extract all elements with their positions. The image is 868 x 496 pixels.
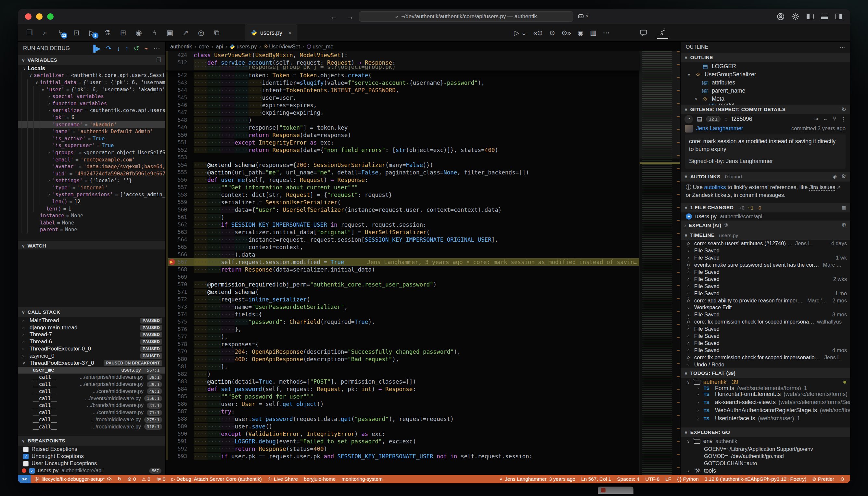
open-preview-icon[interactable]: ⧉ — [842, 222, 846, 229]
jira-issues-link[interactable]: Jira issues — [809, 184, 835, 191]
checkbox[interactable] — [23, 461, 29, 466]
zoom-window-button[interactable] — [47, 13, 53, 20]
code-line[interactable]: 593········if user.pk == request.user.pk… — [166, 452, 639, 460]
breadcrumb-item[interactable]: authentik — [170, 44, 192, 50]
stack-frame-row[interactable]: __call__.../events/middleware.py156:1 — [18, 395, 165, 402]
gitlens-logo-icon[interactable]: ◔ — [684, 115, 693, 123]
variable-row[interactable]: 'pk'=6 — [18, 114, 165, 121]
variable-row[interactable]: ›serializer=<authentik.core.api.users.Us… — [18, 107, 165, 114]
status-right-3[interactable]: UTF-8 — [643, 476, 662, 482]
code-line[interactable]: 579············204: OpenApiResponse(desc… — [166, 348, 639, 355]
code-line[interactable]: 580············400: OpenApiResponse(desc… — [166, 355, 639, 363]
variable-row[interactable]: ∨Locals — [18, 65, 165, 72]
todo-file-row[interactable]: ›TSWebAuthnAuthenticatorRegisterStage.ts… — [681, 406, 850, 415]
todo-file-row[interactable]: ›TSHorizontalFormElement.ts(web/src/elem… — [681, 390, 850, 398]
code-line[interactable]: 552················return Response(data=… — [166, 146, 639, 154]
view-as-tree-icon[interactable]: ≣ — [841, 204, 846, 211]
autolink-settings-icon[interactable]: ⚙ — [841, 173, 846, 180]
code-line[interactable]: 575················"password": CharField… — [166, 318, 639, 325]
timeline-item[interactable]: ○core: fix permission check for scoped i… — [681, 318, 850, 325]
code-line[interactable]: 559········serializer = SessionUserSeria… — [166, 199, 639, 206]
search-icon[interactable]: ⌕ — [38, 26, 52, 39]
code-line[interactable]: 564················instance=request._req… — [166, 236, 639, 243]
env-var-row[interactable]: GOMOD=~/dev/authentik/go.mod — [681, 452, 850, 460]
github-icon[interactable]: ◉ — [132, 26, 145, 39]
breadcrumb-item[interactable]: ⬡user_me — [307, 44, 334, 50]
pane-more-icon[interactable]: ⋯ — [840, 44, 845, 50]
variable-row[interactable]: label=None — [18, 219, 165, 227]
variable-row[interactable]: ›'settings'={'locale': ''} — [18, 177, 165, 185]
variable-row[interactable]: 'username'='akadmin' — [18, 121, 165, 128]
code-line[interactable]: 565················context=context, — [166, 243, 639, 251]
remote-indicator[interactable]: >< — [18, 475, 31, 483]
outline-item[interactable]: ▤LOGGER — [681, 62, 850, 71]
breadcrumb-item[interactable]: core — [199, 44, 209, 50]
toggle-secondary-sidebar-icon[interactable] — [835, 14, 842, 19]
files-changed-section-header[interactable]: ∨1 FILE CHANGED +0 ~1 -0 ≣ — [681, 203, 850, 213]
code-line[interactable]: 573············name="UserPasswordSetSeri… — [166, 303, 639, 311]
editor-action-2[interactable]: ⊙ — [549, 29, 555, 37]
status-left-3[interactable]: ⚠0 — [140, 476, 153, 482]
account-icon[interactable] — [777, 13, 785, 20]
pin-icon[interactable]: ⊸ — [814, 115, 818, 122]
toggle-primary-sidebar-icon[interactable] — [807, 14, 814, 19]
status-right-1[interactable]: Ln 567, Col 1 — [579, 476, 613, 482]
stack-frame-row[interactable]: __call__.../enterprise/middleware.py39:1 — [18, 374, 165, 381]
editor-action-3[interactable]: ⊙» — [562, 29, 571, 37]
todos-section-header[interactable]: ∨TODOS: FLAT (39) — [681, 368, 850, 378]
env-folder-row[interactable]: ∨envauthentik — [681, 437, 850, 445]
code-line[interactable]: 569 — [166, 273, 639, 281]
status-right-8[interactable] — [838, 477, 847, 482]
code-line[interactable]: 576············}, — [166, 325, 639, 333]
code-line[interactable]: 543····················identifier=slugif… — [166, 79, 639, 87]
thread-row[interactable]: ∨ThreadPoolExecutor-37_0PAUSED ON BREAKP… — [18, 360, 165, 367]
env-var-row[interactable]: GOENV=~/Library/Application Support/go/e… — [681, 445, 850, 452]
code-line[interactable]: 589············user.save() — [166, 423, 639, 430]
code-line[interactable]: 424class UserViewSet(UsedByMixin, ModelV… — [166, 51, 639, 59]
back-icon[interactable]: ← — [823, 115, 828, 122]
code-line[interactable]: ················response["group_pk"] = s… — [166, 66, 639, 71]
timeline-section-header[interactable]: ∨TIMELINE users.py — [681, 230, 850, 240]
gitlens-section-header[interactable]: ∨GITLENS: INSPECT: COMMIT DETAILS ↻ — [681, 105, 850, 114]
editor-action-6[interactable]: ⋯ — [603, 29, 610, 37]
copy-value-icon[interactable]: ❐ — [156, 57, 161, 64]
code-line[interactable]: 512····def service_account(self, request… — [166, 59, 639, 66]
timeline-item[interactable]: ○File Saved3 mos — [681, 311, 850, 318]
callstack-section-header[interactable]: ∨CALL STACK — [18, 307, 165, 317]
timeline-item[interactable]: ○core: fix permission check for scoped i… — [681, 354, 850, 361]
timeline-item[interactable]: ○File Saved — [681, 332, 850, 340]
close-window-button[interactable] — [25, 13, 31, 20]
code-line[interactable]: 566············).data — [166, 251, 639, 258]
status-left-5[interactable]: ▷Debug: Attach Server Core (authentik) — [169, 476, 264, 482]
compare-icon[interactable]: ⑂ — [833, 115, 836, 122]
remote-explorer-icon[interactable]: ⊡ — [70, 26, 83, 39]
status-right-6[interactable]: 3.12.8 ('authentik-xEAhpGPh-py3.12': Poe… — [702, 476, 809, 482]
breakpoint-toggle-row[interactable]: User Uncaught Exceptions — [18, 460, 165, 467]
variable-row[interactable]: 'uid'='49d24724dfa590a20fb5961e9c6673cd1… — [18, 170, 165, 177]
code-line[interactable]: ▶567········self.request.session.modifie… — [166, 258, 639, 266]
variable-row[interactable]: parent=None — [18, 227, 165, 234]
code-line[interactable]: 542················token: Token = Token.… — [166, 72, 639, 79]
env-var-row[interactable]: GOTOOLCHAIN=auto — [681, 460, 850, 467]
copilot-menu[interactable]: ∨ — [577, 12, 589, 19]
code-line[interactable]: 570····@permission_required(obj_perm="au… — [166, 281, 639, 288]
nav-back-icon[interactable]: ← — [330, 12, 338, 21]
code-line[interactable]: 588············user.set_password(request… — [166, 415, 639, 423]
stack-frame-row[interactable]: __call__.../core/middleware.py71:1 — [18, 409, 165, 416]
code-line[interactable]: 560············data={"user": UserSelfSer… — [166, 206, 639, 213]
variable-row[interactable]: 'is_superuser'=True — [18, 142, 165, 150]
status-right-4[interactable]: LF — [663, 476, 673, 482]
status-left-8[interactable]: monitoring-system — [339, 476, 385, 482]
stack-frame-row[interactable]: __call__.../root/middleware.py318:1 — [18, 423, 165, 430]
code-line[interactable]: 551············except IntegrityError as … — [166, 139, 639, 146]
code-line[interactable]: 549················response["token"] = t… — [166, 124, 639, 131]
thread-row[interactable]: ›django-main-threadPAUSED — [18, 324, 165, 331]
files-icon[interactable]: ❐ — [23, 26, 36, 39]
test-explorer-icon[interactable]: ⚗ — [101, 26, 114, 39]
refresh-icon[interactable]: ↻ — [841, 106, 846, 113]
timeline-item[interactable]: ○Workspace Edit — [681, 304, 850, 311]
code-line[interactable]: 578········responses={ — [166, 340, 639, 348]
breakpoints-section-header[interactable]: ∨BREAKPOINTS — [18, 436, 165, 446]
editor-action-4[interactable]: ◉ — [577, 29, 584, 37]
code-line[interactable]: 554····@extend_schema(responses={200: Se… — [166, 161, 639, 169]
